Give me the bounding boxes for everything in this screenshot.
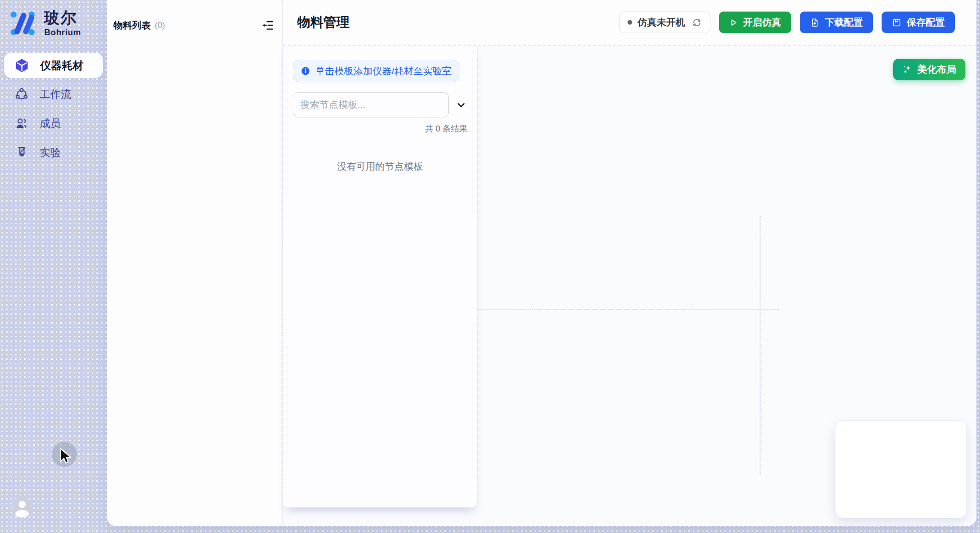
main-area: 物料管理 仿真未开机 <box>282 0 976 526</box>
save-config-label: 保存配置 <box>907 16 945 29</box>
cube-icon <box>15 59 29 72</box>
collapse-panel-icon <box>262 19 274 32</box>
sparkles-icon <box>902 64 913 75</box>
template-hint-banner: 单击模板添加仪器/耗材至实验室 <box>293 60 459 82</box>
sidebar-item-label: 成员 <box>40 116 61 130</box>
status-dot-icon <box>628 20 632 25</box>
sidebar-item-label: 工作流 <box>40 87 71 101</box>
members-icon <box>15 117 28 130</box>
layout-canvas[interactable]: 单击模板添加仪器/耗材至实验室 共 0 条结果 没有可用的节点模板 <box>283 46 976 526</box>
file-download-icon <box>810 18 820 28</box>
header-actions: 仿真未开机 开启仿真 <box>619 12 955 33</box>
workflow-icon <box>15 88 28 101</box>
sidebar-nav: 仪器耗材 工作流 成员 <box>4 53 103 165</box>
sidebar-item-experiments[interactable]: 实验 <box>4 140 103 165</box>
main-header: 物料管理 仿真未开机 <box>283 0 976 46</box>
template-search-input[interactable] <box>293 92 449 117</box>
expand-templates-button[interactable] <box>456 100 466 110</box>
canvas-guide-horizontal <box>478 309 779 310</box>
avatar[interactable] <box>12 497 32 517</box>
download-config-button[interactable]: 下载配置 <box>800 12 873 33</box>
start-simulation-label: 开启仿真 <box>743 16 781 29</box>
mouse-cursor-icon <box>60 448 74 464</box>
sidebar-footer: 实验室 <box>0 498 107 533</box>
sidebar-item-label: 仪器耗材 <box>40 58 83 73</box>
refresh-icon <box>692 18 702 28</box>
start-simulation-button[interactable]: 开启仿真 <box>719 12 791 33</box>
template-result-count: 共 0 条结果 <box>293 123 467 135</box>
download-config-label: 下载配置 <box>825 16 863 29</box>
material-list-count: (0) <box>155 21 165 31</box>
simulation-status-text: 仿真未开机 <box>638 16 685 29</box>
info-icon <box>301 66 310 76</box>
material-list-header: 物料列表 (0) <box>107 0 282 32</box>
chevron-down-icon <box>456 100 466 110</box>
logo-subtitle: Bohrium <box>44 28 81 38</box>
sidebar-item-label: 实验 <box>40 146 61 160</box>
experiment-icon <box>15 146 28 159</box>
canvas-minimap[interactable] <box>835 420 967 518</box>
material-list-title: 物料列表 <box>113 19 151 32</box>
node-template-panel: 单击模板添加仪器/耗材至实验室 共 0 条结果 没有可用的节点模板 <box>283 46 478 507</box>
app-logo: 玻尔 Bohrium <box>9 10 81 38</box>
beautify-layout-button[interactable]: 美化布局 <box>893 59 965 80</box>
material-list-panel: 物料列表 (0) <box>107 0 282 526</box>
simulation-status-pill: 仿真未开机 <box>619 12 710 33</box>
sidebar-item-members[interactable]: 成员 <box>4 111 103 136</box>
app-root: { "sidebar": { "logo": { "title": "玻尔", … <box>0 0 980 533</box>
sidebar-item-instruments[interactable]: 仪器耗材 <box>4 53 103 78</box>
template-hint-text: 单击模板添加仪器/耗材至实验室 <box>315 65 451 78</box>
play-icon <box>729 18 738 27</box>
template-empty-text: 没有可用的节点模板 <box>293 160 467 173</box>
content-area: 物料列表 (0) 物料管理 仿真未开机 <box>107 0 976 526</box>
save-icon <box>892 18 902 28</box>
save-config-button[interactable]: 保存配置 <box>882 12 955 33</box>
beautify-layout-label: 美化布局 <box>917 63 956 76</box>
bohrium-logo-icon <box>9 10 36 38</box>
refresh-status-button[interactable] <box>692 18 702 28</box>
canvas-guide-vertical <box>760 216 761 475</box>
sidebar-item-workflow[interactable]: 工作流 <box>4 82 103 107</box>
logo-title: 玻尔 <box>44 10 81 27</box>
collapse-panel-button[interactable] <box>262 19 274 32</box>
page-title: 物料管理 <box>297 14 349 31</box>
template-search-row <box>293 92 467 117</box>
sidebar: 玻尔 Bohrium 仪器耗材 工作流 <box>0 0 107 533</box>
